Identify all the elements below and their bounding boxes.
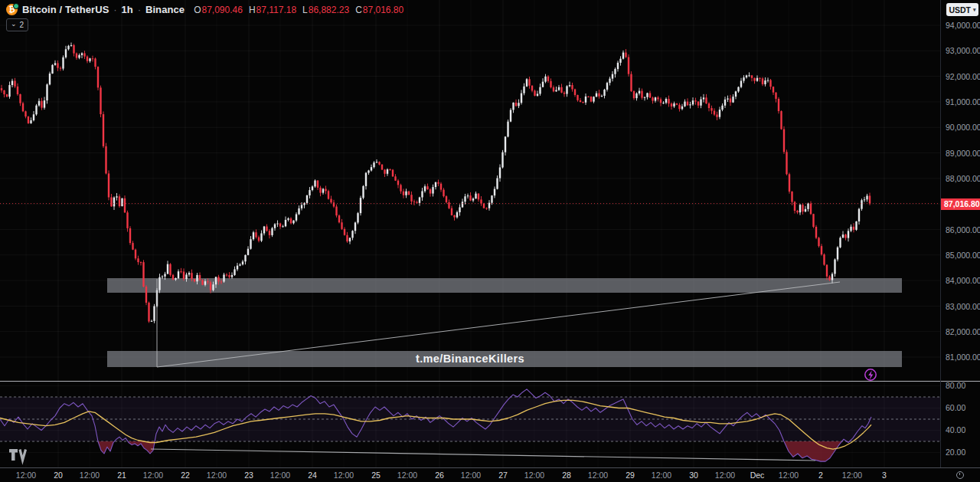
time-axis-label: 26 (435, 471, 444, 480)
candle-body (665, 99, 667, 103)
pane-divider[interactable] (0, 381, 980, 382)
candle-body (630, 74, 632, 91)
time-axis-label: 12:00 (715, 471, 735, 480)
candle-body (378, 162, 380, 165)
time-axis-label: 12:00 (461, 471, 481, 480)
chevron-down-icon: ⌄ (11, 21, 17, 28)
boost-lightning-icon[interactable] (865, 369, 876, 380)
candle-body (660, 99, 662, 103)
candle-body (335, 207, 337, 216)
candle-body (191, 273, 192, 279)
candle-body (558, 87, 560, 90)
candle-body (485, 208, 487, 209)
rsi-pane-svg[interactable] (0, 381, 940, 467)
candle-body (778, 99, 779, 111)
candle-body (700, 100, 701, 106)
candle-body (681, 107, 683, 110)
price-scale-currency-button[interactable]: USDT ▾ (946, 3, 978, 16)
candle-body (714, 111, 715, 115)
candle-body (617, 63, 619, 69)
candle-body (807, 204, 808, 209)
candle-body (818, 238, 819, 246)
candle-body (641, 91, 642, 98)
tradingview-logo[interactable] (9, 449, 26, 461)
symbol-title[interactable]: Bitcoin / TetherUS (22, 4, 109, 15)
candle-body (432, 187, 433, 193)
candle-body (234, 269, 235, 274)
rsi-trendline[interactable] (151, 449, 815, 461)
candle-body (410, 195, 412, 202)
separator-dot: · (138, 5, 141, 15)
candle-body (866, 195, 867, 199)
candle-body (555, 90, 557, 92)
main-pane-svg[interactable]: t.me/BinanceKillers (0, 0, 940, 381)
candle-body (397, 181, 399, 185)
candle-body (220, 281, 222, 282)
candle-body (282, 226, 283, 227)
time-axis-label: 3 (882, 471, 887, 480)
price-axis-label: 89,000.00 (946, 149, 980, 158)
triangle-down-icon: ▾ (973, 7, 976, 13)
candle-body (145, 287, 147, 303)
candle-body (276, 224, 278, 225)
rsi-trendline[interactable] (151, 449, 815, 461)
candle-body (317, 181, 318, 188)
candle-body (285, 220, 286, 226)
high-key: H (249, 5, 256, 15)
lightning-bolt-icon (868, 370, 873, 380)
indicators-collapse-badge[interactable]: ⌄ 2 (6, 18, 28, 31)
candle-body (512, 103, 514, 110)
candle-body (373, 162, 374, 167)
candle-body (269, 231, 270, 235)
time-axis[interactable]: 12:002012:002112:002212:002312:002412:00… (0, 467, 980, 482)
candle-body (242, 261, 243, 264)
candle-body (129, 228, 131, 243)
close-key: C (355, 5, 362, 15)
candle-body (344, 229, 345, 235)
candle-body (721, 106, 723, 110)
candle-body (786, 152, 787, 174)
chart-header: ₿ Bitcoin / TetherUS · 1h · Binance O87,… (6, 4, 403, 15)
candle-body (622, 53, 624, 59)
candle-body (601, 96, 603, 97)
candle-body (526, 79, 528, 86)
candle-body (791, 192, 792, 202)
candle-body (105, 146, 106, 173)
candle-body (188, 273, 190, 274)
candle-body (437, 182, 439, 184)
candle-body (753, 78, 755, 81)
supply-zone[interactable] (107, 278, 902, 293)
candle-body (306, 195, 308, 203)
candle-body (162, 277, 163, 277)
candle-body (201, 280, 203, 285)
candle-body (727, 99, 728, 100)
candle-body (244, 255, 246, 261)
clock-icon[interactable] (956, 471, 964, 479)
time-axis-label: 12:00 (397, 471, 417, 480)
candle-body (354, 222, 356, 231)
exchange-label[interactable]: Binance (145, 4, 185, 15)
candle-body (644, 97, 645, 98)
time-axis-label: 12:00 (270, 471, 290, 480)
candle-body (521, 93, 522, 103)
candle-body (376, 162, 377, 162)
candle-body (687, 102, 688, 106)
candle-body (499, 167, 501, 178)
candle-body (199, 275, 201, 280)
candle-body (678, 105, 680, 110)
time-axis-label: 27 (498, 471, 508, 480)
candle-body (475, 194, 476, 199)
candle-body (365, 173, 367, 186)
candle-body (587, 97, 589, 97)
candle-body (314, 181, 315, 187)
candle-body (17, 87, 18, 94)
candle-body (46, 84, 47, 100)
interval-label[interactable]: 1h (122, 4, 133, 15)
price-axis-label: 20.00 (946, 448, 965, 457)
candle-body (732, 97, 733, 103)
candle-body (175, 278, 176, 280)
candle-body (403, 192, 404, 195)
candle-body (357, 213, 358, 222)
price-axis[interactable]: 94,000.0093,000.0092,000.0091,000.0090,0… (940, 0, 980, 467)
candle-body (330, 199, 332, 203)
